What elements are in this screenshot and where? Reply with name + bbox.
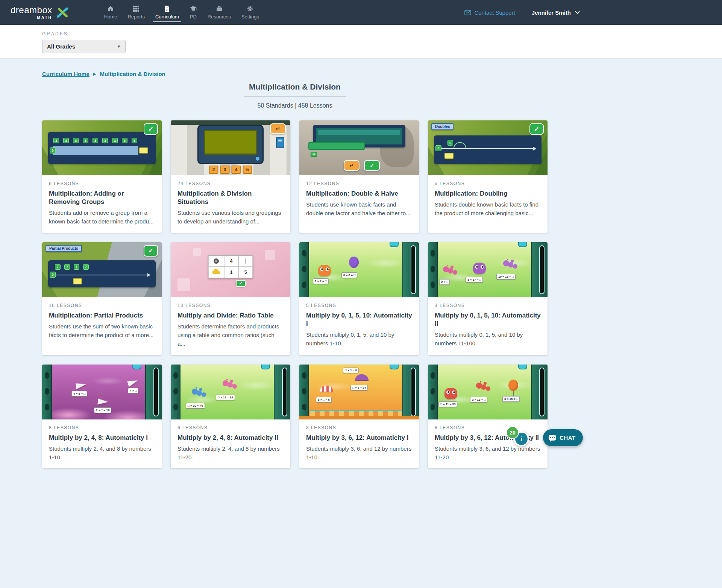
lesson-card-body: 16 LESSONS Multiplication: Partial Produ…: [42, 297, 162, 346]
pillar-hole: [45, 404, 49, 410]
lesson-card[interactable]: 1 × 2 = □ 0 × 8 = □ 5 LESSONS Multiply b…: [299, 242, 419, 355]
lesson-card[interactable]: 2 × □ 3 × 17 = □ 10 + 18 = □ 3 LESSONS M…: [428, 242, 548, 355]
balloon-animal-sprite: [476, 383, 482, 389]
chat-button[interactable]: CHAT: [543, 429, 583, 446]
rocket-icon: [56, 7, 70, 18]
lesson-card[interactable]: 4 1 5 ✓ 10 LESSONS Multiply and Divide: …: [171, 242, 290, 355]
balloon-sprite: [349, 257, 359, 268]
lesson-card-body: 5 LESSONS Multiplication: Doubling Stude…: [428, 175, 548, 225]
page-title: Multiplication & Division: [244, 82, 346, 97]
lesson-description: Students multiply 3, 6, and 12 by number…: [435, 444, 541, 462]
confirm-check-icon: ✓: [236, 280, 246, 287]
info-button[interactable]: 20 i: [514, 431, 529, 447]
nav-home[interactable]: Home: [99, 0, 123, 25]
pillar-hole: [431, 404, 435, 410]
lesson-card[interactable]: Doubles 5 0 ✓ 5 LESSONS Multiplication: …: [428, 120, 548, 233]
nav-resources[interactable]: Resources: [202, 0, 236, 25]
pillar-hole: [173, 388, 178, 395]
math-device: [197, 125, 264, 164]
answer-box: [73, 278, 82, 284]
nav-reports[interactable]: Reports: [122, 0, 150, 25]
math-expression: 10 + 18 = □: [496, 274, 516, 280]
ratio-cell-icon: [208, 267, 224, 278]
lesson-thumbnail: 4 × 8 = □ 2 × □ = 18 4 × □: [42, 365, 162, 419]
confirm-check-icon: ✓: [364, 160, 380, 171]
lesson-card[interactable]: 4 × 8 = □ 2 × □ = 18 4 × □ 8 LESSONS Mul…: [42, 365, 162, 469]
machine-pillar: [531, 242, 548, 297]
grades-dropdown-value: All Grades: [47, 43, 75, 50]
breadcrumb: Curriculum Home ▶ Multiplication & Divis…: [42, 71, 548, 77]
device-knob: [256, 157, 259, 161]
lesson-thumbnail: Partial Products 7777 0 ✓: [42, 242, 162, 297]
lesson-card[interactable]: 2 3 4 5 ↵ 24 LESSONS Multiplication & Di…: [171, 120, 290, 233]
dreambox-logo-text: dreambox MATH: [11, 6, 52, 20]
math-expression: 3 × 15 = □: [502, 396, 520, 402]
math-expression: 4 × □: [128, 388, 138, 394]
value-tag: 36: [311, 152, 317, 157]
lesson-card[interactable]: □ × 11 = 33 3 × 13 = □ 3 × 15 = □ 6 LESS…: [428, 365, 548, 469]
breadcrumb-home-link[interactable]: Curriculum Home: [42, 71, 89, 77]
chat-label: CHAT: [560, 435, 576, 441]
lesson-title: Multiplication: Partial Products: [49, 311, 155, 320]
monster-sprite: [473, 263, 486, 274]
text-cursor: [246, 258, 246, 264]
caret-down-icon: ▼: [117, 44, 121, 49]
contact-support-link[interactable]: Contact Support: [464, 9, 515, 16]
nav-label: Resources: [208, 14, 231, 20]
score-tube: [282, 368, 287, 416]
nav-settings[interactable]: Settings: [236, 0, 264, 25]
lesson-card-body: 8 LESSONS Multiply by 3, 6, 12: Automati…: [299, 419, 419, 469]
progress-bar: [308, 142, 365, 150]
number-line-panel: 5 0: [434, 135, 542, 164]
logo-sub: MATH: [37, 16, 52, 20]
dreambox-logo[interactable]: dreambox MATH: [11, 6, 70, 20]
curriculum-document-icon: [164, 5, 170, 12]
ratio-table: 4 1 5: [208, 255, 253, 278]
math-expression: 0 × 8 = □: [341, 272, 357, 278]
hanger-marker: [132, 365, 141, 369]
user-name: Jennifer Smith: [532, 9, 571, 16]
lesson-title: Multiply and Divide: Ratio Table: [177, 311, 284, 320]
lesson-count: 16 LESSONS: [49, 303, 155, 308]
notification-badge: 20: [506, 426, 519, 439]
balloon-animal-sprite: [503, 260, 509, 266]
user-menu[interactable]: Jennifer Smith: [532, 9, 580, 16]
lesson-thumbnail: □ × 11 = 33 3 × 13 = □ 3 × 15 = □: [428, 365, 548, 419]
start-node: 0: [50, 272, 56, 278]
deco-square: [265, 250, 275, 260]
math-expression: 3 × 17 = □: [466, 277, 483, 283]
briefcase-icon: [216, 5, 223, 12]
balloon-animal-sprite: [443, 266, 449, 272]
nav-pd[interactable]: PD: [184, 0, 202, 25]
lesson-description: Students add or remove a group from a kn…: [49, 208, 155, 226]
lesson-description: Students multiply 0, 1, 5, and 10 by num…: [306, 330, 412, 348]
machine-pillar: [299, 365, 309, 419]
machine-pillar: [402, 365, 419, 419]
ratio-cell-icon: [208, 255, 224, 267]
car-icon: [212, 270, 220, 274]
ratio-cell: 5: [238, 267, 253, 278]
score-tube: [539, 245, 545, 294]
math-expression: 3 × 13 = □: [470, 397, 487, 403]
hanger-marker: [518, 365, 527, 369]
lesson-count: 12 LESSONS: [306, 181, 412, 186]
pillar-hole: [302, 404, 306, 410]
lesson-card[interactable]: Partial Products 7777 0 ✓ 16 LESSONS Mul…: [42, 242, 162, 355]
math-expression: 1 × 2 = □: [313, 278, 329, 284]
nav-curriculum[interactable]: Curriculum: [150, 0, 184, 25]
lesson-card[interactable]: 333333333 0 ✓ 6 LESSONS Multiplication: …: [42, 120, 162, 233]
hanger-marker: [518, 242, 527, 247]
lesson-card[interactable]: 36 ↵ ✓ 12 LESSONS Multiplication: Double…: [299, 120, 419, 233]
machine-pillar: [428, 365, 438, 419]
lesson-card[interactable]: □ × 20 = 40 □ × 17 = 34 6 LESSONS Multip…: [171, 365, 290, 469]
parachute-sprite: [355, 374, 369, 381]
pillar-hole: [45, 388, 49, 395]
grades-dropdown[interactable]: All Grades ▼: [42, 40, 126, 53]
lesson-thumbnail: 2 3 4 5 ↵: [171, 120, 290, 175]
pillar-hole: [431, 266, 435, 272]
lesson-card[interactable]: □ × 2 = 8 8 × □ = 6 □ + 8 = 24 8 LESSONS…: [299, 365, 419, 469]
hanger-marker: [390, 242, 399, 247]
machine-pillar: [299, 242, 309, 297]
lesson-count: 6 LESSONS: [49, 181, 155, 186]
printer-icon: [276, 137, 284, 148]
